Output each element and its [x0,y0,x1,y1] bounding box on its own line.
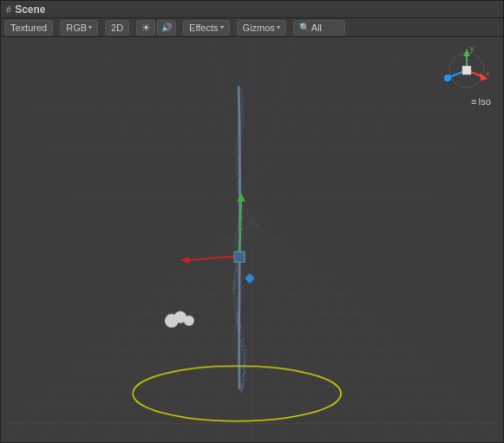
scene-icon: # [6,4,11,15]
scene-canvas [1,37,503,442]
search-icon: 🔍 [299,23,310,32]
svg-point-6 [444,75,451,81]
iso-text: Iso [478,96,491,107]
rgb-label: RGB [66,23,87,33]
gizmos-dropdown[interactable]: Gizmos ▾ [237,20,286,36]
textured-label: Textured [10,23,47,33]
svg-marker-2 [463,49,470,56]
sun-icon: ☀ [141,22,151,34]
effects-arrow: ▾ [220,23,224,31]
window-title: Scene [15,3,45,16]
svg-text:y: y [470,44,475,53]
gizmos-label: Gizmos [243,23,275,33]
gizmos-arrow: ▾ [277,23,280,31]
effects-dropdown[interactable]: Effects ▾ [183,20,229,36]
rgb-dropdown[interactable]: RGB ▾ [60,20,98,36]
iso-label[interactable]: ≡ Iso [471,96,491,107]
sun-button[interactable]: ☀ [136,20,155,36]
toolbar: Textured RGB ▾ 2D ☀ 🔊 Effects ▾ Gizmos ▾ [1,18,503,37]
title-bar: # Scene [1,1,503,18]
effects-label: Effects [189,23,218,33]
2d-label: 2D [111,23,123,33]
textured-dropdown[interactable]: Textured [4,20,53,36]
iso-menu-icon: ≡ [471,96,476,107]
gizmo-container[interactable]: y x [441,44,493,96]
audio-button[interactable]: 🔊 [157,20,176,36]
viewport[interactable]: y x ≡ Iso [1,37,503,442]
2d-button[interactable]: 2D [105,20,129,36]
scene-window: # Scene Textured RGB ▾ 2D ☀ 🔊 Effects ▾ … [0,0,504,443]
svg-text:x: x [486,69,490,78]
search-label: All [311,23,322,33]
search-button[interactable]: 🔍 All [293,20,345,36]
audio-icon: 🔊 [161,23,172,32]
gizmo-svg: y x [441,44,493,96]
rgb-arrow: ▾ [88,23,92,31]
svg-rect-9 [462,66,471,75]
